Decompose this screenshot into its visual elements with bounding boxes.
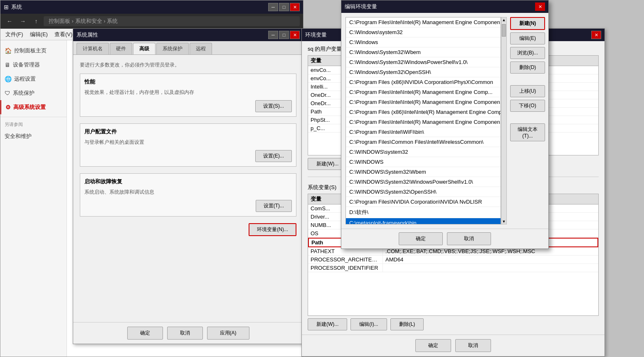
path-item-10[interactable]: C:\Program Files\Intel\Intel(R) Manageme… xyxy=(346,117,501,127)
path-item-5[interactable]: C:\Windows\System32\OpenSSH\ xyxy=(346,67,501,77)
path-list: C:\Program Files\Intel\Intel(R) Manageme… xyxy=(345,17,501,224)
path-item-7[interactable]: C:\Program Files\Intel\Intel(R) Manageme… xyxy=(346,87,501,97)
path-browse-btn[interactable]: 浏览(B)... xyxy=(510,47,545,59)
path-scrollbar[interactable]: ▲ ▼ xyxy=(501,17,507,224)
sys-props-title-bar: 系统属性 ─ □ ✕ xyxy=(73,29,303,41)
sidebar-item-device-manager[interactable]: 🖥 设备管理器 xyxy=(0,58,67,72)
menu-file[interactable]: 文件(F) xyxy=(2,29,27,40)
breadcrumb: 控制面板 › 系统和安全 › 系统 xyxy=(44,16,300,26)
path-new-btn[interactable]: 新建(N) xyxy=(510,17,545,30)
path-item-2[interactable]: C:\Windows xyxy=(346,37,501,47)
tab-advanced[interactable]: 高级 xyxy=(133,43,155,54)
menu-edit[interactable]: 编辑(E) xyxy=(27,29,51,40)
up-button[interactable]: ↑ xyxy=(30,15,42,27)
sys-cell-val-6: AMD64 xyxy=(383,256,598,263)
path-ok-btn[interactable]: 确定 xyxy=(399,232,443,245)
tab-hardware[interactable]: 硬件 xyxy=(110,43,132,54)
window-icon: ⊞ xyxy=(4,4,9,10)
home-icon: 🏠 xyxy=(5,47,12,54)
minimize-btn[interactable]: ─ xyxy=(268,3,278,11)
startup-settings-btn[interactable]: 设置(T)... xyxy=(256,200,292,212)
performance-title: 性能 xyxy=(84,78,292,86)
sys-props-maximize[interactable]: □ xyxy=(279,31,289,39)
path-cancel-btn[interactable]: 取消 xyxy=(447,232,491,245)
startup-title: 启动和故障恢复 xyxy=(84,178,292,185)
close-btn[interactable]: ✕ xyxy=(290,3,300,11)
startup-desc: 系统启动、系统故障和调试信息 xyxy=(84,189,292,196)
env-dialog-close[interactable]: ✕ xyxy=(591,31,601,39)
path-item-18[interactable]: C:\Program Files\NVIDIA Corporation\NVID… xyxy=(346,197,501,207)
menu-view[interactable]: 查看(V) xyxy=(51,29,76,40)
path-delete-btn[interactable]: 删除(D) xyxy=(510,62,545,74)
sys-new-btn[interactable]: 新建(W)... xyxy=(308,318,347,330)
sys-props-ok-btn[interactable]: 确定 xyxy=(127,327,163,340)
performance-settings-btn[interactable]: 设置(S)... xyxy=(255,100,292,112)
path-item-3[interactable]: C:\Windows\System32\Wbem xyxy=(346,47,501,57)
title-bar: ⊞ 系统 ─ □ ✕ xyxy=(0,0,303,14)
path-item-20[interactable]: C:\metasploit-framework\bin xyxy=(346,218,501,224)
sidebar-label-remote: 远程设置 xyxy=(14,75,36,83)
path-item-6[interactable]: C:\Program Files (x86)\NVIDIA Corporatio… xyxy=(346,77,501,87)
window-title: 系统 xyxy=(11,3,22,11)
path-item-0[interactable]: C:\Program Files\Intel\Intel(R) Manageme… xyxy=(346,17,501,27)
sys-row-6[interactable]: PROCESSOR_ARCHITECTURE AMD64 xyxy=(308,256,598,264)
scrollbar-up-arrow[interactable]: ▲ xyxy=(501,17,506,22)
sidebar: 🏠 控制面板主页 🖥 设备管理器 🌐 远程设置 🛡 系统保护 ⚙ 高级系统设置 … xyxy=(0,40,67,357)
sys-props-cancel-btn[interactable]: 取消 xyxy=(167,327,203,340)
path-edit-btn[interactable]: 编辑(E) xyxy=(510,32,545,44)
tab-remote[interactable]: 远程 xyxy=(190,43,212,54)
sidebar-label-home: 控制面板主页 xyxy=(14,47,47,54)
path-list-area: C:\Program Files\Intel\Intel(R) Manageme… xyxy=(341,13,548,229)
env-vars-btn[interactable]: 环境变量(N)... xyxy=(249,223,296,236)
path-item-8[interactable]: C:\Program Files\Intel\Intel(R) Manageme… xyxy=(346,97,501,107)
user-profile-desc: 与登录帐户相关的桌面设置 xyxy=(84,139,292,146)
path-item-15[interactable]: C:\WINDOWS\System32\Wbem xyxy=(346,167,501,177)
tab-sys-protection[interactable]: 系统保护 xyxy=(156,43,189,54)
sys-btn-row: 新建(W)... 编辑(I)... 删除(L) xyxy=(308,318,599,330)
path-item-12[interactable]: C:\Program Files\Common Files\Intel\Wire… xyxy=(346,137,501,147)
sidebar-label-security: 安全和维护 xyxy=(5,133,32,140)
path-item-16[interactable]: C:\WINDOWS\System32\WindowsPowerShell\v1… xyxy=(346,177,501,187)
path-item-14[interactable]: C:\WINDOWS xyxy=(346,157,501,167)
device-icon: 🖥 xyxy=(5,62,10,68)
path-edit-dialog: 编辑环境变量 ✕ C:\Program Files\Intel\Intel(R)… xyxy=(341,0,549,249)
sidebar-label-device: 设备管理器 xyxy=(13,61,40,69)
scrollbar-down-arrow[interactable]: ▼ xyxy=(501,219,506,224)
remote-icon: 🌐 xyxy=(5,76,12,82)
path-move-up-btn[interactable]: 上移(U) xyxy=(510,85,545,97)
path-edit-text-btn[interactable]: 编辑文本(T)... xyxy=(510,123,545,141)
sidebar-also-see: 另请参阅 xyxy=(0,120,67,129)
path-item-4[interactable]: C:\Windows\System32\WindowsPowerShell\v1… xyxy=(346,57,501,67)
sys-edit-btn[interactable]: 编辑(I)... xyxy=(350,318,387,330)
tab-computer-name[interactable]: 计算机名 xyxy=(76,43,109,54)
sys-row-7[interactable]: PROCESSOR_IDENTIFIER xyxy=(308,264,598,272)
env-cancel-btn[interactable]: 取消 xyxy=(455,339,491,352)
path-item-1[interactable]: C:\Windows\system32 xyxy=(346,27,501,37)
sidebar-item-protection[interactable]: 🛡 系统保护 xyxy=(0,86,67,100)
path-item-19[interactable]: D:\软件\ xyxy=(346,207,501,218)
back-button[interactable]: ← xyxy=(4,15,15,27)
sys-props-close[interactable]: ✕ xyxy=(290,31,300,39)
path-item-11[interactable]: C:\Program Files\Intel\WiFi\bin\ xyxy=(346,127,501,137)
sidebar-item-security[interactable]: 安全和维护 xyxy=(0,129,67,143)
sidebar-item-remote[interactable]: 🌐 远程设置 xyxy=(0,72,67,86)
sys-props-minimize[interactable]: ─ xyxy=(268,31,278,39)
forward-button[interactable]: → xyxy=(17,15,29,27)
sys-delete-btn[interactable]: 删除(L) xyxy=(390,318,424,330)
path-move-down-btn[interactable]: 下移(O) xyxy=(510,100,545,112)
user-profile-title: 用户配置文件 xyxy=(84,128,292,135)
maximize-btn[interactable]: □ xyxy=(279,3,289,11)
env-ok-btn[interactable]: 确定 xyxy=(415,339,451,352)
path-item-17[interactable]: C:\WINDOWS\System32\OpenSSH\ xyxy=(346,187,501,197)
sidebar-item-advanced[interactable]: ⚙ 高级系统设置 xyxy=(0,100,67,114)
path-dialog-title-text: 编辑环境变量 xyxy=(345,3,377,10)
sidebar-item-home[interactable]: 🏠 控制面板主页 xyxy=(0,44,67,58)
sys-props-apply-btn[interactable]: 应用(A) xyxy=(207,327,249,340)
path-dialog-footer: 确定 取消 xyxy=(341,229,548,249)
scrollbar-thumb[interactable] xyxy=(502,24,506,37)
user-profile-settings-btn[interactable]: 设置(E)... xyxy=(255,150,292,162)
path-right-btns: 新建(N) 编辑(E) 浏览(B)... 删除(D) 上移(U) 下移(O) 编… xyxy=(507,13,548,229)
path-item-9[interactable]: C:\Program Files (x86)\Intel\Intel(R) Ma… xyxy=(346,107,501,117)
path-dialog-close-btn[interactable]: ✕ xyxy=(535,2,545,11)
path-item-13[interactable]: C:\WINDOWS\system32 xyxy=(346,147,501,157)
